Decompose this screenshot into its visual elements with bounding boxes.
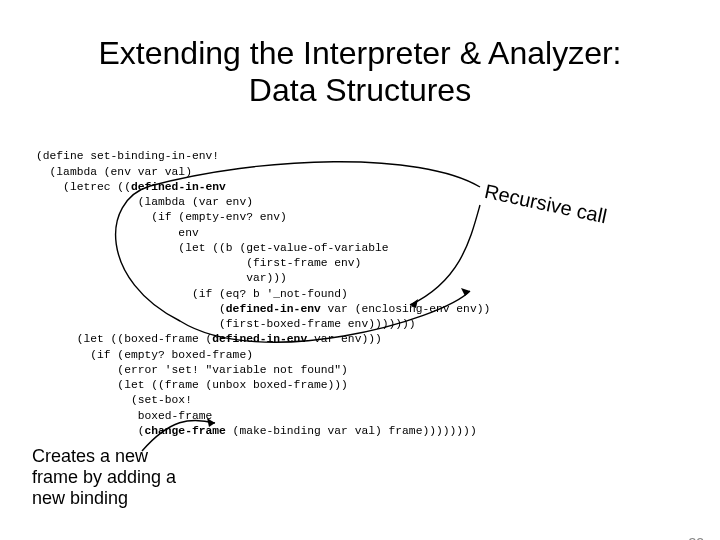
- code-block: (define set-binding-in-env! (lambda (env…: [36, 149, 490, 439]
- slide-title: Extending the Interpreter & Analyzer: Da…: [0, 21, 720, 109]
- annotation-recursive-call: Recursive call: [482, 176, 609, 228]
- slide: Extending the Interpreter & Analyzer: Da…: [0, 21, 720, 540]
- annotation-creates-frame: Creates a new frame by adding a new bind…: [32, 446, 182, 508]
- page-number: 32: [688, 535, 704, 540]
